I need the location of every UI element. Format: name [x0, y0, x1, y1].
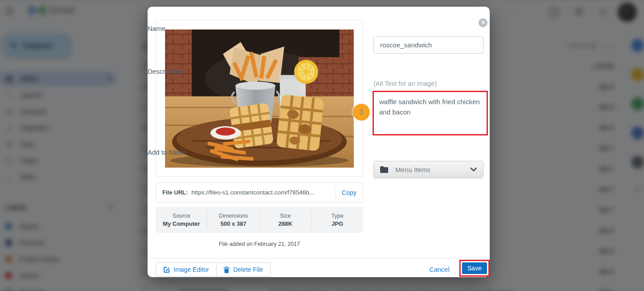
- file-url-label: File URL:: [162, 189, 188, 196]
- file-action-buttons: Image Editor Delete File: [156, 262, 271, 277]
- description-textarea[interactable]: waffle sandwich with fried chicken and b…: [374, 92, 487, 134]
- edit-icon: [163, 266, 170, 273]
- folder-selected-value: Menu Items: [395, 166, 463, 173]
- cancel-button[interactable]: Cancel: [429, 262, 449, 277]
- file-url-value: https://files-s1.constantcontact.com/f78…: [191, 189, 335, 196]
- file-added-date: File added on February 21, 2017: [156, 241, 363, 247]
- folder-label: Add to folder: [148, 148, 186, 156]
- meta-dimensions: Dimensions 500 x 387: [207, 211, 259, 229]
- step-number-badge: 3: [353, 104, 370, 121]
- name-input[interactable]: [373, 36, 483, 54]
- footer-divider: [148, 258, 490, 258]
- file-url-box: File URL: https://files-s1.constantconta…: [156, 182, 363, 202]
- delete-file-button[interactable]: Delete File: [216, 263, 270, 276]
- meta-source: Source My Computer: [156, 211, 207, 229]
- meta-type: Type JPG: [311, 211, 363, 229]
- save-button[interactable]: Save: [462, 262, 487, 274]
- file-preview-photo: [165, 30, 354, 168]
- close-icon[interactable]: ×: [479, 18, 487, 27]
- meta-size: Size 288K: [259, 211, 311, 229]
- trash-icon: [224, 266, 229, 273]
- file-preview-panel: [156, 20, 363, 177]
- description-sublabel: (Alt Text for an image): [373, 80, 437, 87]
- description-label: Description: [148, 67, 181, 75]
- folder-icon: [380, 166, 388, 173]
- screen: Gmail ⌄ ? ⚙ ✎ Compose ▤ Inbox 2: [0, 0, 644, 291]
- annotation-highlight-save: Save: [459, 260, 490, 277]
- image-editor-button[interactable]: Image Editor: [156, 263, 216, 276]
- file-details-modal: ×: [148, 7, 490, 277]
- name-label: Name: [148, 25, 165, 32]
- chevron-down-icon: [470, 168, 477, 172]
- annotation-highlight-description: waffle sandwich with fried chicken and b…: [373, 91, 488, 135]
- file-metadata: Source My Computer Dimensions 500 x 387 …: [156, 207, 363, 233]
- folder-dropdown[interactable]: Menu Items: [373, 161, 483, 178]
- copy-url-button[interactable]: Copy: [335, 186, 363, 199]
